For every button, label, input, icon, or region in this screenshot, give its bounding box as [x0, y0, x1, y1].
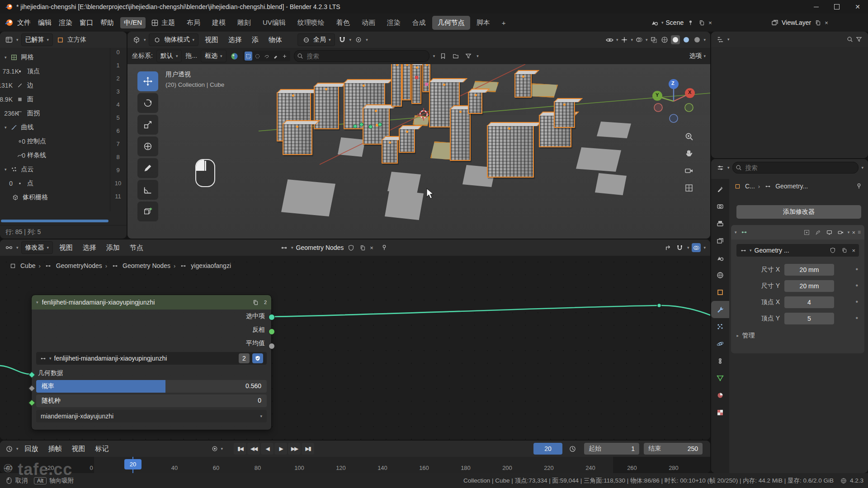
tree-item-points[interactable]: 点0	[0, 177, 33, 190]
menu-render[interactable]: 渲染	[55, 17, 76, 28]
pan-hand-icon[interactable]	[684, 149, 693, 158]
animate-dot-icon[interactable]: •	[855, 265, 858, 273]
tree-item-control-points[interactable]: 控制点0	[0, 135, 46, 148]
tab-scene-icon[interactable]	[711, 249, 729, 267]
bookmark-icon[interactable]	[439, 52, 448, 61]
viewport-canvas[interactable]: 用户透视 (20) Collection | Cube	[127, 64, 710, 239]
timeline-menu-keying[interactable]: 插帧	[45, 443, 66, 455]
language-toggle-button[interactable]: 中/EN	[120, 17, 146, 28]
tree-item-vertices[interactable]: 顶点73.1K	[0, 65, 40, 78]
breadcrumb-item[interactable]: yigexiaofangzi	[191, 262, 231, 269]
copy-icon[interactable]	[697, 18, 706, 27]
tab-particles-icon[interactable]	[711, 318, 729, 335]
tool-move[interactable]	[137, 71, 158, 91]
chevron-down-icon[interactable]: ▾	[476, 54, 479, 58]
building[interactable]	[402, 64, 411, 100]
building[interactable]	[399, 128, 415, 153]
building[interactable]	[487, 125, 534, 178]
tab-rendering[interactable]: 渲染	[382, 16, 406, 30]
tab-world-icon[interactable]	[711, 267, 729, 284]
building[interactable]	[450, 108, 471, 161]
menu-help[interactable]: 帮助	[97, 17, 118, 28]
collections-icon[interactable]	[451, 52, 460, 61]
animate-dot-icon[interactable]: •	[855, 298, 858, 306]
tool-scale[interactable]	[137, 115, 158, 135]
tool-add-cube[interactable]	[137, 202, 158, 221]
material-swatch-icon[interactable]	[230, 52, 239, 61]
playhead-frame-label[interactable]: 20	[124, 459, 142, 469]
transform-orientation-dropdown[interactable]: 全局▾	[297, 33, 335, 46]
collapse-chevron-icon[interactable]: ▾	[36, 300, 38, 305]
options-dropdown[interactable]: 选项▾	[689, 52, 706, 60]
remove-icon[interactable]: ×	[825, 19, 828, 26]
building[interactable]	[283, 123, 312, 155]
tab-texture-icon[interactable]	[711, 404, 729, 421]
node-group-datablock-field[interactable]: ▾ fenlijiheti-miandamianji-xiaoyupingjun…	[36, 352, 267, 365]
gizmo-y-label[interactable]: Y	[656, 92, 659, 98]
properties-editor-icon[interactable]	[716, 163, 725, 172]
unlink-icon[interactable]: ×	[852, 247, 855, 254]
fake-user-shield-icon[interactable]	[346, 243, 355, 252]
chevron-down-icon[interactable]: ▾	[703, 246, 706, 250]
tab-viewlayer-icon[interactable]	[711, 232, 729, 249]
chevron-down-icon[interactable]: ▾	[221, 447, 223, 451]
timeline-menu-view[interactable]: 视图	[68, 443, 89, 455]
select-mode-box-icon[interactable]	[245, 52, 252, 61]
geometry-node-group[interactable]: ▾ fenlijiheti-miandamianji-xiaoyupingjun…	[32, 295, 271, 430]
proportional-editing-icon[interactable]	[354, 35, 363, 44]
tab-layout[interactable]: 布局	[181, 16, 206, 30]
filter-funnel-icon[interactable]	[854, 35, 863, 44]
tab-scripting[interactable]: 脚本	[471, 16, 495, 30]
tool-annotate[interactable]	[137, 158, 158, 178]
edit-mode-toggle-icon[interactable]	[814, 228, 823, 237]
jump-to-start-button[interactable]: ▮◀	[234, 443, 246, 455]
unlink-icon[interactable]: ×	[708, 19, 712, 26]
breadcrumb-item[interactable]: Cube	[20, 262, 35, 269]
spreadsheet-scrollbar[interactable]	[1, 220, 108, 222]
tree-item-splines[interactable]: 样条线0	[0, 149, 46, 162]
viewlayer-selector[interactable]: ViewLayer ×	[770, 18, 828, 27]
timeline-menu-markers[interactable]: 标记	[92, 443, 113, 455]
collapse-chevron-icon[interactable]: ▾	[735, 230, 737, 235]
xray-toggle-icon[interactable]	[649, 35, 658, 44]
outliner-editor-icon[interactable]	[716, 35, 725, 44]
tab-render-icon[interactable]	[711, 198, 729, 215]
tab-object-icon[interactable]	[711, 284, 729, 301]
animate-dot-icon[interactable]: •	[855, 314, 858, 322]
properties-search-input[interactable]	[732, 162, 859, 174]
modifier-panel-header[interactable]: ▾ ▾ × ≡	[731, 225, 864, 239]
tool-measure[interactable]	[137, 180, 158, 200]
auto-keying-record-icon[interactable]	[210, 444, 219, 453]
tree-item-volume-grids[interactable]: 体积栅格0	[0, 191, 48, 204]
chevron-down-icon[interactable]: ▾	[848, 230, 850, 235]
chevron-down-icon[interactable]: ▾	[861, 166, 863, 170]
maximize-button[interactable]	[826, 0, 847, 14]
overlays-toggle-icon[interactable]	[692, 243, 701, 252]
animate-dot-icon[interactable]: •	[855, 282, 858, 290]
tab-geometry-nodes[interactable]: 几何节点	[432, 16, 470, 30]
theme-workspace[interactable]: 主题	[150, 18, 175, 27]
add-workspace-button[interactable]: +	[496, 16, 511, 29]
copy-icon[interactable]	[840, 246, 849, 255]
mode-dropdown[interactable]: 物体模式▾	[149, 33, 199, 46]
fake-user-shield-icon[interactable]	[252, 353, 263, 363]
drag-grip-icon[interactable]: ≡	[858, 229, 861, 235]
scene-selector[interactable]: ▾ Scene ×	[650, 18, 712, 27]
modifier-group-field[interactable]: ▾ Geometry ... ×	[736, 244, 859, 257]
tab-animation[interactable]: 动画	[356, 16, 381, 30]
socket-average-output[interactable]	[269, 343, 275, 349]
tab-compositing[interactable]: 合成	[407, 16, 431, 30]
tool-transform[interactable]	[137, 136, 158, 156]
probability-slider[interactable]: 概率 0.560	[36, 380, 267, 393]
socket-invert-output[interactable]	[269, 328, 275, 335]
chevron-down-icon[interactable]: ▾	[349, 38, 352, 42]
tab-output-icon[interactable]	[711, 215, 729, 232]
gizmo-z-label[interactable]: Z	[671, 80, 675, 86]
add-modifier-button[interactable]: 添加修改器	[736, 205, 861, 219]
chevron-down-icon[interactable]: ▾	[433, 54, 435, 58]
camera-view-icon[interactable]	[684, 166, 693, 175]
select-mode-lasso-icon[interactable]	[263, 52, 270, 61]
close-icon[interactable]: ×	[852, 229, 855, 236]
pin-icon[interactable]	[686, 18, 695, 27]
tree-item-edges[interactable]: 边131K	[0, 79, 33, 92]
